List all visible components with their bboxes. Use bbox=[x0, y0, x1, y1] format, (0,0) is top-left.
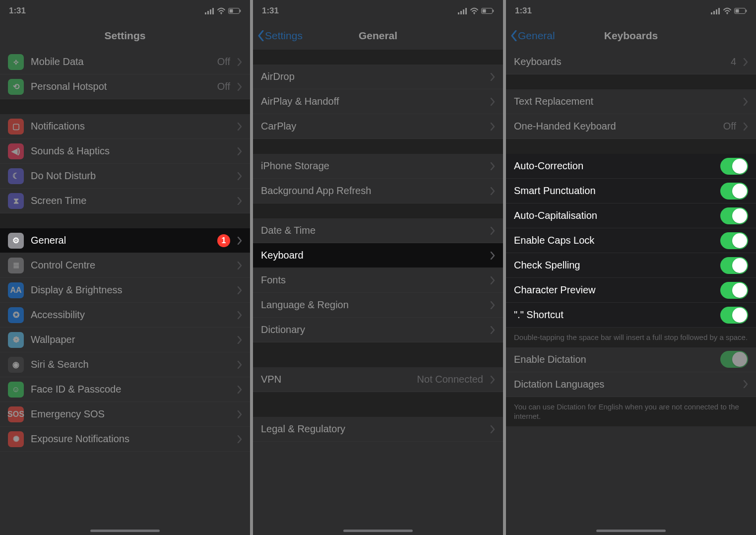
toggle-smart-punct[interactable] bbox=[720, 183, 748, 200]
signal-icon bbox=[711, 7, 720, 14]
toggle-spell[interactable] bbox=[720, 257, 748, 274]
row-fonts[interactable]: Fonts bbox=[253, 268, 503, 293]
toggle-char-preview[interactable] bbox=[720, 282, 748, 299]
row-airdrop[interactable]: AirDrop bbox=[253, 65, 503, 89]
row-label: Display & Brightness bbox=[31, 284, 230, 296]
home-indicator[interactable] bbox=[90, 530, 160, 532]
row-label: Smart Punctuation bbox=[514, 185, 713, 197]
chevron-right-icon bbox=[743, 58, 748, 66]
row-label: Control Centre bbox=[31, 260, 230, 271]
row-smart-punct[interactable]: Smart Punctuation bbox=[506, 179, 756, 203]
row-exposure[interactable]: ✺ Exposure Notifications bbox=[0, 427, 250, 452]
row-dict-lang[interactable]: Dictation Languages bbox=[506, 372, 756, 397]
row-label: Date & Time bbox=[261, 225, 483, 236]
chevron-right-icon bbox=[237, 386, 242, 394]
row-label: Enable Caps Lock bbox=[514, 235, 713, 246]
wifi-icon bbox=[217, 7, 225, 14]
settings-screen: 1:31 Settings ⟡ Mobile Data Off ⟲ Person… bbox=[0, 0, 250, 535]
row-label: Personal Hotspot bbox=[31, 81, 210, 92]
back-label: General bbox=[518, 30, 555, 42]
wifi-icon bbox=[470, 7, 478, 14]
general-list: AirDrop AirPlay & Handoff CarPlay iPhone… bbox=[253, 50, 503, 442]
row-label: Exposure Notifications bbox=[31, 433, 230, 445]
toggle-auto-cap[interactable] bbox=[720, 207, 748, 224]
exposure-icon: ✺ bbox=[8, 431, 24, 447]
row-label: General bbox=[31, 235, 210, 246]
row-vpn[interactable]: VPN Not Connected bbox=[253, 367, 503, 392]
row-screentime[interactable]: ⧗ Screen Time bbox=[0, 189, 250, 213]
chevron-right-icon bbox=[490, 98, 495, 106]
row-label: Language & Region bbox=[261, 299, 483, 311]
row-spell[interactable]: Check Spelling bbox=[506, 253, 756, 278]
chevron-right-icon bbox=[490, 187, 495, 195]
row-notifications[interactable]: ▢ Notifications bbox=[0, 114, 250, 139]
row-dot-shortcut[interactable]: "." Shortcut bbox=[506, 303, 756, 328]
back-button[interactable]: General bbox=[510, 30, 555, 42]
chevron-right-icon bbox=[237, 435, 242, 443]
chevron-right-icon bbox=[490, 227, 495, 235]
hourglass-icon: ⧗ bbox=[8, 193, 24, 209]
row-sos[interactable]: SOS Emergency SOS bbox=[0, 402, 250, 427]
chevron-right-icon bbox=[237, 336, 242, 344]
row-siri[interactable]: ◉ Siri & Search bbox=[0, 352, 250, 377]
dictation-footer: You can use Dictation for English when y… bbox=[506, 397, 756, 426]
row-char-preview[interactable]: Character Preview bbox=[506, 278, 756, 303]
row-auto-correct[interactable]: Auto-Correction bbox=[506, 154, 756, 179]
row-caps-lock[interactable]: Enable Caps Lock bbox=[506, 228, 756, 253]
row-value: Off bbox=[723, 121, 736, 132]
chevron-left-icon bbox=[257, 30, 264, 41]
row-faceid[interactable]: ☺︎ Face ID & Passcode bbox=[0, 377, 250, 402]
row-label: Screen Time bbox=[31, 195, 230, 206]
home-indicator[interactable] bbox=[343, 530, 413, 532]
toggles-icon: ≣ bbox=[8, 258, 24, 273]
row-label: Text Replacement bbox=[514, 96, 736, 107]
row-display[interactable]: AA Display & Brightness bbox=[0, 278, 250, 303]
row-general[interactable]: ⚙︎ General 1 bbox=[0, 228, 250, 253]
toggle-caps-lock[interactable] bbox=[720, 232, 748, 249]
row-wallpaper[interactable]: ❁ Wallpaper bbox=[0, 328, 250, 352]
nav-header: General Keyboards bbox=[506, 22, 756, 50]
back-button[interactable]: Settings bbox=[257, 30, 303, 42]
row-label: iPhone Storage bbox=[261, 160, 483, 172]
row-accessibility[interactable]: ✪ Accessibility bbox=[0, 303, 250, 328]
row-keyboards-list[interactable]: Keyboards 4 bbox=[506, 50, 756, 74]
toggle-dot-shortcut[interactable] bbox=[720, 307, 748, 324]
row-airplay[interactable]: AirPlay & Handoff bbox=[253, 89, 503, 114]
row-datetime[interactable]: Date & Time bbox=[253, 218, 503, 243]
row-auto-cap[interactable]: Auto-Capitalisation bbox=[506, 203, 756, 228]
row-label: "." Shortcut bbox=[514, 309, 713, 321]
gear-icon: ⚙︎ bbox=[8, 233, 24, 249]
row-legal[interactable]: Legal & Regulatory bbox=[253, 417, 503, 442]
row-sounds[interactable]: ◀) Sounds & Haptics bbox=[0, 139, 250, 164]
row-control-centre[interactable]: ≣ Control Centre bbox=[0, 253, 250, 278]
row-langregion[interactable]: Language & Region bbox=[253, 293, 503, 318]
row-dictation[interactable]: Enable Dictation bbox=[506, 347, 756, 372]
row-onehand[interactable]: One-Handed Keyboard Off bbox=[506, 114, 756, 139]
home-indicator[interactable] bbox=[596, 530, 666, 532]
row-label: Background App Refresh bbox=[261, 185, 483, 197]
row-carplay[interactable]: CarPlay bbox=[253, 114, 503, 139]
row-mobile-data[interactable]: ⟡ Mobile Data Off bbox=[0, 50, 250, 74]
row-text-repl[interactable]: Text Replacement bbox=[506, 89, 756, 114]
status-indicators bbox=[205, 7, 241, 14]
toggle-auto-correct[interactable] bbox=[720, 158, 748, 175]
chevron-right-icon bbox=[237, 123, 242, 131]
row-label: Auto-Capitalisation bbox=[514, 210, 713, 221]
row-hotspot[interactable]: ⟲ Personal Hotspot Off bbox=[0, 74, 250, 99]
row-refresh[interactable]: Background App Refresh bbox=[253, 179, 503, 203]
chevron-right-icon bbox=[490, 123, 495, 131]
toggle-dictation[interactable] bbox=[720, 351, 748, 368]
row-dictionary[interactable]: Dictionary bbox=[253, 318, 503, 342]
row-dnd[interactable]: ☾ Do Not Disturb bbox=[0, 164, 250, 189]
row-label: Check Spelling bbox=[514, 260, 713, 271]
row-label: Mobile Data bbox=[31, 56, 210, 67]
nav-header: Settings General bbox=[253, 22, 503, 50]
row-label: Sounds & Haptics bbox=[31, 145, 230, 157]
row-label: Dictionary bbox=[261, 324, 483, 335]
chevron-right-icon bbox=[490, 162, 495, 170]
chevron-right-icon bbox=[237, 172, 242, 180]
row-keyboard[interactable]: Keyboard bbox=[253, 243, 503, 268]
status-indicators bbox=[458, 7, 494, 14]
chevron-right-icon bbox=[490, 252, 495, 260]
row-storage[interactable]: iPhone Storage bbox=[253, 154, 503, 179]
